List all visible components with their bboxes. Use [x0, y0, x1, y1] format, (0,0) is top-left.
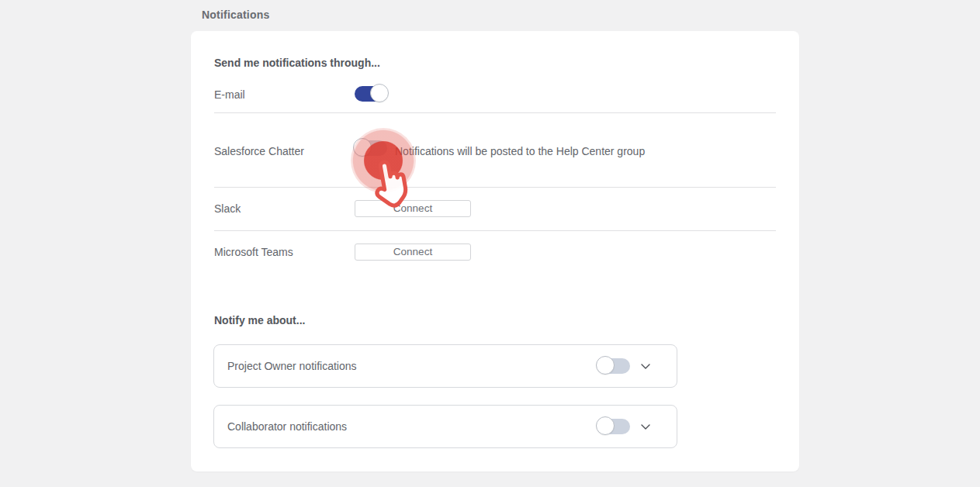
salesforce-chatter-toggle[interactable]: [355, 140, 387, 156]
page-title: Notifications: [202, 9, 269, 21]
project-owner-notifications-box: Project Owner notifications: [213, 344, 677, 388]
toggle-thumb: [596, 356, 615, 375]
salesforce-chatter-note: Notifications will be posted to the Help…: [395, 145, 645, 157]
divider: [214, 230, 776, 231]
microsoft-teams-connect-button[interactable]: Connect: [355, 244, 471, 261]
chevron-down-icon[interactable]: [639, 360, 652, 372]
toggle-thumb: [370, 84, 389, 102]
notify-section-heading: Notify me about...: [214, 314, 305, 326]
email-label: E-mail: [214, 88, 245, 101]
toggle-thumb: [596, 416, 615, 435]
chevron-down-icon[interactable]: [639, 420, 652, 433]
email-toggle[interactable]: [355, 86, 387, 102]
divider: [214, 112, 776, 113]
slack-label: Slack: [214, 202, 241, 215]
collaborator-notifications-toggle[interactable]: [597, 419, 630, 434]
notifications-card: Send me notifications through... E-mail …: [191, 31, 799, 471]
project-owner-notifications-toggle[interactable]: [597, 358, 630, 374]
microsoft-teams-label: Microsoft Teams: [214, 246, 293, 258]
collaborator-notifications-box: Collaborator notifications: [213, 405, 677, 448]
slack-connect-button[interactable]: Connect: [355, 200, 471, 217]
collaborator-notifications-label: Collaborator notifications: [227, 420, 347, 433]
salesforce-chatter-label: Salesforce Chatter: [214, 145, 304, 157]
send-section-heading: Send me notifications through...: [214, 57, 380, 69]
project-owner-notifications-label: Project Owner notifications: [227, 360, 357, 372]
divider: [214, 187, 776, 188]
toggle-thumb: [353, 138, 372, 157]
